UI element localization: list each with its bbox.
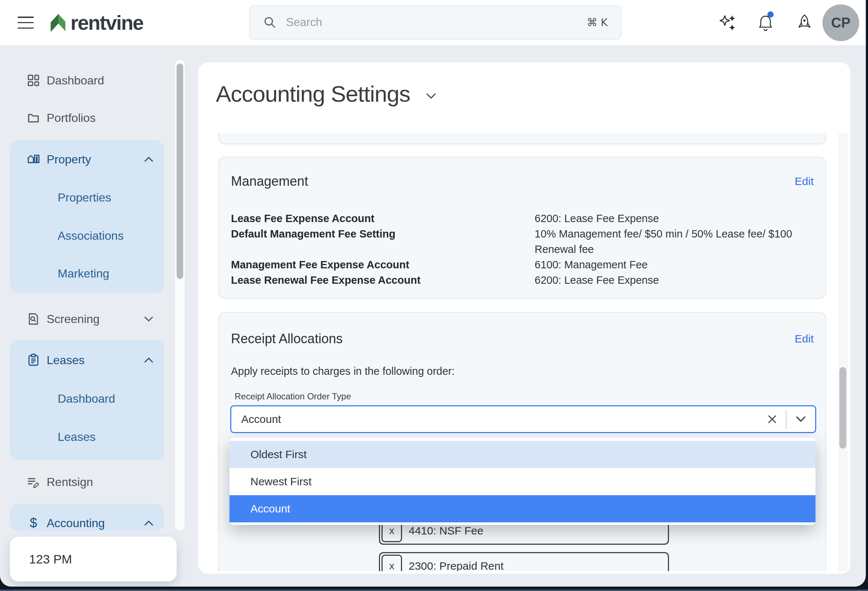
- notifications-button[interactable]: [756, 13, 775, 32]
- page-title: Accounting Settings: [216, 81, 410, 107]
- select-chevron-down-icon[interactable]: [795, 416, 806, 423]
- chevron-down-icon: [144, 316, 154, 322]
- sidebar: Dashboard Portfolios Property Properties…: [0, 45, 191, 587]
- receipt-allocations-edit-link[interactable]: Edit: [794, 333, 814, 345]
- avatar-initials: CP: [831, 15, 851, 31]
- sidebar-scrollbar-track[interactable]: [175, 60, 185, 531]
- management-rows: Lease Fee Expense Account 6200: Lease Fe…: [231, 211, 814, 288]
- time-card: 123 PM: [10, 536, 177, 581]
- main-scrollbar-track[interactable]: [838, 133, 848, 571]
- dropdown-option-account[interactable]: Account: [229, 495, 815, 522]
- receipt-allocations-heading: Receipt Allocations: [231, 331, 342, 346]
- page-title-row: Accounting Settings: [216, 81, 437, 107]
- select-value: Account: [241, 413, 767, 426]
- previous-section-card: [218, 133, 826, 144]
- chevron-up-icon: [144, 156, 154, 162]
- sparkles-icon[interactable]: [718, 13, 737, 32]
- window-bottom-edge: [0, 590, 868, 591]
- remove-chip-button[interactable]: x: [381, 555, 402, 571]
- sidebar-item-leases-leases[interactable]: Leases: [10, 418, 164, 456]
- order-type-dropdown-menu: Oldest First Newest First Account: [229, 438, 815, 525]
- search-input[interactable]: Search ⌘ K: [249, 5, 621, 40]
- sidebar-item-property[interactable]: Property: [10, 140, 164, 178]
- menu-icon[interactable]: [18, 16, 34, 29]
- sidebar-item-marketing[interactable]: Marketing: [10, 254, 164, 293]
- rentvine-logo[interactable]: rentvine: [49, 9, 143, 36]
- sidebar-item-screening[interactable]: Screening: [10, 300, 164, 338]
- management-row: Management Fee Expense Account 6100: Man…: [231, 257, 814, 273]
- chevron-up-icon: [144, 357, 154, 363]
- title-chevron-down-icon[interactable]: [425, 93, 437, 100]
- apply-order-description: Apply receipts to charges in the followi…: [231, 365, 455, 377]
- leases-icon: [27, 353, 40, 367]
- dashboard-icon: [27, 74, 40, 87]
- management-row: Lease Fee Expense Account 6200: Lease Fe…: [231, 211, 814, 226]
- scroll-viewport: Management Edit Lease Fee Expense Accoun…: [198, 133, 850, 571]
- sidebar-item-properties[interactable]: Properties: [10, 178, 164, 217]
- rentvine-leaf-icon: [49, 9, 67, 36]
- top-bar: rentvine Search ⌘ K CP: [0, 0, 866, 45]
- allocation-chip: x 2300: Prepaid Rent: [379, 552, 669, 571]
- time-label: 123 PM: [29, 552, 72, 566]
- sidebar-item-leases[interactable]: Leases: [10, 341, 164, 379]
- main-content-card: Accounting Settings Management Edit Leas…: [198, 62, 850, 574]
- screening-icon: [27, 312, 40, 326]
- dropdown-option-newest-first[interactable]: Newest First: [229, 468, 815, 495]
- app-window: rentvine Search ⌘ K CP: [0, 0, 866, 587]
- logo-text: rentvine: [71, 11, 143, 34]
- order-type-select[interactable]: Account: [230, 405, 816, 433]
- dropdown-option-oldest-first[interactable]: Oldest First: [229, 441, 815, 468]
- sidebar-item-rentsign[interactable]: Rentsign: [10, 463, 164, 501]
- accounting-icon: $: [27, 516, 40, 530]
- rentsign-icon: [27, 475, 40, 489]
- management-edit-link[interactable]: Edit: [794, 175, 814, 187]
- rocket-icon[interactable]: [795, 13, 814, 32]
- search-placeholder: Search: [286, 16, 587, 29]
- management-heading: Management: [231, 174, 308, 189]
- property-icon: [27, 152, 40, 166]
- notification-dot: [768, 11, 774, 18]
- order-type-field-label: Receipt Allocation Order Type: [235, 391, 351, 402]
- sidebar-item-leases-dashboard[interactable]: Dashboard: [10, 380, 164, 418]
- select-divider: [786, 410, 787, 429]
- management-row: Lease Renewal Fee Expense Account 6200: …: [231, 273, 814, 288]
- management-row: Default Management Fee Setting 10% Manag…: [231, 226, 814, 257]
- search-shortcut: ⌘ K: [587, 16, 608, 29]
- search-icon: [263, 16, 276, 29]
- clear-icon[interactable]: [767, 414, 778, 425]
- chevron-up-icon: [144, 520, 154, 526]
- avatar[interactable]: CP: [822, 4, 859, 41]
- sidebar-item-portfolios[interactable]: Portfolios: [10, 99, 164, 137]
- sidebar-item-associations[interactable]: Associations: [10, 217, 164, 255]
- management-card: Management Edit Lease Fee Expense Accoun…: [218, 157, 826, 298]
- portfolios-icon: [27, 111, 40, 125]
- main-scrollbar-thumb[interactable]: [839, 367, 846, 449]
- sidebar-scrollbar-thumb[interactable]: [177, 63, 183, 279]
- sidebar-item-dashboard[interactable]: Dashboard: [10, 61, 164, 99]
